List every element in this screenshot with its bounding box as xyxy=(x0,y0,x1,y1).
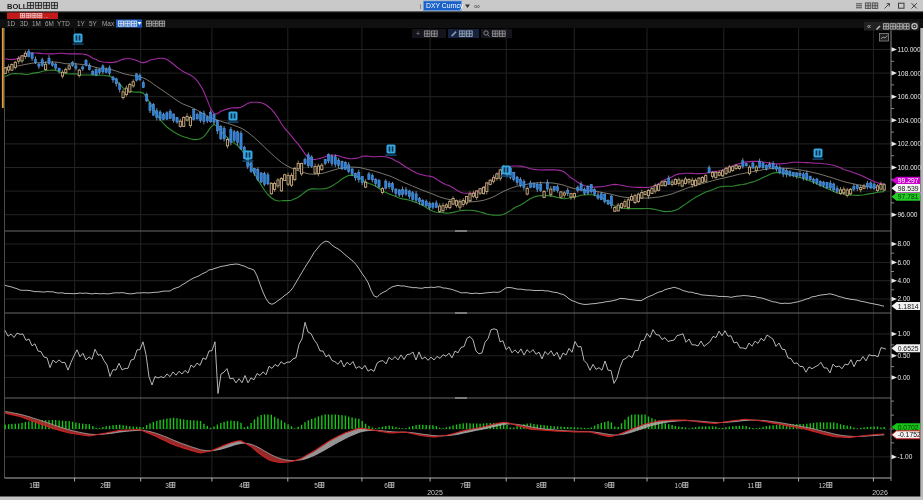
svg-text:9: 9 xyxy=(604,482,608,489)
svg-text:-0.1752: -0.1752 xyxy=(898,431,921,438)
svg-text:8.00: 8.00 xyxy=(898,240,911,247)
svg-text:1.1814: 1.1814 xyxy=(898,303,919,310)
svg-text:2.00: 2.00 xyxy=(898,295,911,302)
svg-text:0.6525: 0.6525 xyxy=(898,345,919,352)
svg-text:108.000: 108.000 xyxy=(898,70,922,77)
svg-text:-1.00: -1.00 xyxy=(898,453,913,460)
svg-text:2: 2 xyxy=(100,482,104,489)
svg-text:1.00: 1.00 xyxy=(898,330,911,337)
svg-text:0.0702: 0.0702 xyxy=(898,424,919,431)
svg-text:0.50: 0.50 xyxy=(898,352,911,359)
svg-text:8: 8 xyxy=(536,482,540,489)
svg-text:5Y: 5Y xyxy=(89,20,98,27)
svg-text:i: i xyxy=(420,3,421,10)
svg-text:106.000: 106.000 xyxy=(898,93,922,100)
svg-text:99.297: 99.297 xyxy=(898,177,919,184)
svg-text:1Y: 1Y xyxy=(77,20,86,27)
svg-text:3: 3 xyxy=(165,482,169,489)
svg-text:2026: 2026 xyxy=(872,489,888,496)
svg-text:3D: 3D xyxy=(20,20,29,27)
svg-text:1: 1 xyxy=(29,482,33,489)
svg-text:4.00: 4.00 xyxy=(898,277,911,284)
svg-text:+: + xyxy=(416,30,420,37)
svg-text:YTD: YTD xyxy=(57,20,70,27)
svg-text:6M: 6M xyxy=(45,20,54,27)
svg-text:6: 6 xyxy=(384,482,388,489)
svg-text:97.781: 97.781 xyxy=(898,193,919,200)
svg-text:BOLL: BOLL xyxy=(7,2,28,11)
svg-text:110.000: 110.000 xyxy=(898,46,921,53)
svg-text:11: 11 xyxy=(748,482,755,489)
svg-text:«: « xyxy=(867,22,871,31)
svg-text:1D: 1D xyxy=(7,20,16,27)
svg-text:12: 12 xyxy=(819,482,827,489)
svg-text:0.00: 0.00 xyxy=(898,374,911,381)
svg-text:∞: ∞ xyxy=(474,2,480,11)
svg-text:100.000: 100.000 xyxy=(898,164,922,171)
svg-text:10: 10 xyxy=(675,482,683,489)
svg-text:96.000: 96.000 xyxy=(898,211,918,218)
svg-text:5: 5 xyxy=(314,482,318,489)
svg-text:Max: Max xyxy=(102,20,115,27)
svg-text:...: ... xyxy=(44,13,49,19)
svg-text:2025: 2025 xyxy=(427,489,443,496)
svg-text:104.000: 104.000 xyxy=(898,117,922,124)
svg-text:4: 4 xyxy=(239,482,243,489)
svg-text:98.539: 98.539 xyxy=(898,185,919,192)
svg-text:1M: 1M xyxy=(32,20,41,27)
svg-text:6.00: 6.00 xyxy=(898,259,911,266)
svg-text:102.000: 102.000 xyxy=(898,140,922,147)
svg-text:7: 7 xyxy=(460,482,464,489)
svg-text:DXY Curncy: DXY Curncy xyxy=(426,2,464,10)
